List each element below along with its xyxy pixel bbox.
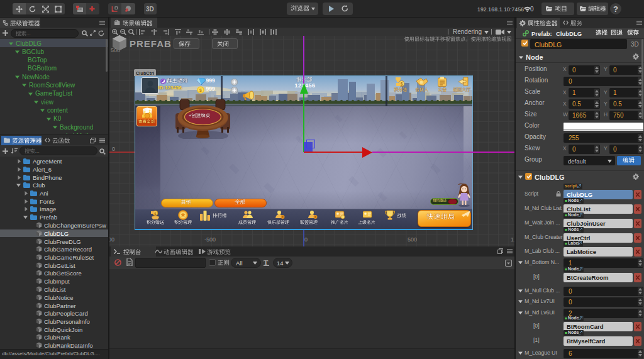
svg-text:?: ? [613,4,618,14]
svg-text:T: T [264,259,269,266]
svg-text:$: $ [199,88,202,93]
svg-text:$: $ [400,82,402,87]
